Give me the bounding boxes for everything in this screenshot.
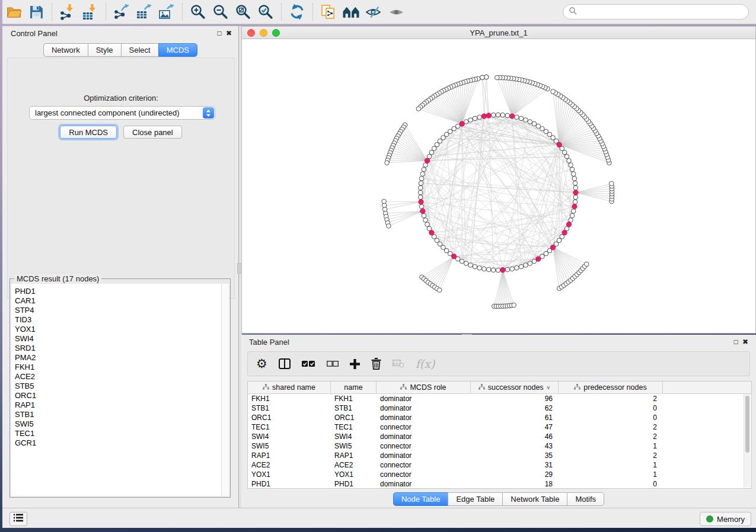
column-label: shared name	[272, 383, 315, 392]
apply-layout-icon[interactable]	[286, 2, 308, 22]
first-neighbors-icon[interactable]	[340, 2, 362, 22]
column-header-successor_nodes[interactable]: successor nodes∨	[471, 382, 559, 393]
settings-gear-icon[interactable]: ⚙	[256, 358, 267, 370]
mcds-result-item[interactable]: PHD1	[11, 287, 222, 296]
network-search-field[interactable]	[563, 4, 749, 20]
mcds-result-item[interactable]: YOX1	[11, 325, 222, 334]
mcds-list-scrollbar[interactable]	[221, 284, 229, 496]
tab-edge-table[interactable]: Edge Table	[448, 492, 502, 506]
table-row[interactable]: FKH1FKH1dominator962	[248, 394, 751, 403]
cell-predecessor_nodes: 1	[559, 442, 663, 450]
shared-column-icon	[400, 383, 407, 392]
cell-mcds_role: dominator	[377, 414, 471, 422]
cell-successor_nodes: 62	[471, 404, 559, 412]
function-builder-icon[interactable]: f(x)	[416, 357, 435, 370]
float-panel-icon[interactable]: □	[215, 28, 224, 38]
mcds-result-item[interactable]: CAR1	[11, 296, 222, 306]
close-panel-button[interactable]: Close panel	[123, 126, 182, 139]
export-image-icon[interactable]	[155, 2, 178, 22]
task-history-button[interactable]	[9, 512, 27, 526]
table-row[interactable]: SWI5SWI5connector431	[248, 441, 751, 451]
export-table-icon[interactable]	[133, 2, 155, 22]
mcds-result-list[interactable]: PHD1CAR1STP4TID3YOX1SWI4SRD1PMA2FKH1ACE2…	[11, 284, 222, 496]
table-scrollbar[interactable]	[744, 394, 751, 488]
export-network-icon[interactable]	[110, 2, 133, 22]
show-all-icon[interactable]	[385, 2, 407, 22]
close-panel-icon[interactable]: ✖	[741, 337, 750, 347]
tab-network[interactable]: Network	[43, 43, 88, 57]
node-table: shared namenameMCDS rolesuccessor nodes∨…	[247, 381, 752, 489]
table-row[interactable]: STB1STB1dominator620	[248, 403, 751, 413]
memory-button[interactable]: Memory	[700, 512, 751, 526]
search-input[interactable]	[580, 7, 743, 17]
column-header-shared_name[interactable]: shared name	[248, 382, 331, 393]
cell-name: TEC1	[331, 423, 377, 431]
zoom-selected-icon[interactable]	[254, 2, 277, 22]
table-row[interactable]: RAP1RAP1dominator352	[248, 451, 751, 460]
mcds-result-item[interactable]: TEC1	[11, 429, 222, 438]
table-row[interactable]: YOX1YOX1connector291	[248, 470, 751, 479]
import-network-icon[interactable]	[56, 2, 79, 22]
tab-select[interactable]: Select	[121, 43, 158, 57]
table-row[interactable]: PHD1PHD1dominator180	[248, 479, 751, 489]
delete-table-icon[interactable]	[393, 360, 404, 368]
run-mcds-button[interactable]: Run MCDS	[60, 126, 117, 139]
table-scrollbar-thumb[interactable]	[745, 396, 749, 453]
column-header-mcds_role[interactable]: MCDS role	[377, 382, 471, 393]
mcds-result-item[interactable]: STB1	[11, 410, 222, 419]
mcds-result-item[interactable]: TID3	[11, 315, 222, 325]
hide-selection-icon[interactable]	[362, 2, 385, 22]
column-header-predecessor_nodes[interactable]: predecessor nodes	[559, 382, 663, 393]
cell-predecessor_nodes: 2	[559, 432, 663, 441]
tab-network-table[interactable]: Network Table	[502, 492, 567, 506]
node-table-header: shared namenameMCDS rolesuccessor nodes∨…	[248, 382, 751, 394]
select-stepper-icon	[203, 107, 214, 118]
cell-predecessor_nodes: 0	[559, 480, 663, 488]
mcds-result-groupbox: MCDS result (17 nodes) PHD1CAR1STP4TID3Y…	[9, 278, 231, 498]
column-header-name[interactable]: name	[331, 382, 377, 393]
close-panel-icon[interactable]: ✖	[224, 28, 234, 38]
select-all-icon[interactable]	[302, 360, 315, 367]
cell-shared_name: SWI5	[248, 442, 331, 450]
table-row[interactable]: ORC1ORC1dominator610	[248, 413, 751, 422]
float-panel-icon[interactable]: □	[731, 337, 741, 347]
zoom-fit-icon[interactable]	[232, 2, 254, 22]
open-folder-icon[interactable]	[2, 2, 25, 22]
mcds-result-item[interactable]: FKH1	[11, 363, 222, 372]
cell-predecessor_nodes: 2	[559, 423, 663, 431]
network-canvas[interactable]	[242, 39, 755, 333]
mcds-result-item[interactable]: SWI5	[11, 419, 222, 429]
toolbar-separator	[281, 3, 282, 21]
mcds-result-item[interactable]: STP4	[11, 306, 222, 315]
mcds-result-item[interactable]: GCR1	[11, 438, 222, 448]
tab-node-table[interactable]: Node Table	[393, 492, 448, 506]
mcds-result-item[interactable]: RAP1	[11, 400, 222, 410]
tab-style[interactable]: Style	[88, 43, 121, 57]
mcds-result-item[interactable]: ORC1	[11, 391, 222, 400]
tab-mcds[interactable]: MCDS	[158, 43, 197, 57]
table-row[interactable]: ACE2ACE2connector311	[248, 460, 751, 470]
mcds-result-item[interactable]: PMA2	[11, 353, 222, 363]
column-selector-icon[interactable]	[279, 358, 291, 369]
tab-motifs[interactable]: Motifs	[567, 492, 604, 506]
table-row[interactable]: SWI4SWI4dominator462	[248, 432, 751, 441]
zoom-in-icon[interactable]	[187, 2, 209, 22]
delete-column-icon[interactable]	[371, 358, 381, 370]
import-table-icon[interactable]	[79, 2, 101, 22]
new-network-from-selection-icon[interactable]	[317, 2, 340, 22]
table-toolbar: ⚙ f(x)	[247, 351, 750, 376]
cell-shared_name: ACE2	[248, 461, 331, 469]
control-panel-title: Control Panel	[11, 29, 58, 38]
mcds-result-item[interactable]: STB5	[11, 382, 222, 391]
mcds-result-item[interactable]: ACE2	[11, 372, 222, 382]
mcds-result-item[interactable]: SRD1	[11, 344, 222, 353]
deselect-all-icon[interactable]	[327, 361, 339, 367]
table-row[interactable]: TEC1TEC1connector472	[248, 422, 751, 432]
zoom-out-icon[interactable]	[209, 2, 232, 22]
add-column-icon[interactable]	[350, 359, 360, 369]
mcds-result-item[interactable]: SWI4	[11, 334, 222, 344]
save-icon[interactable]	[25, 2, 47, 22]
network-window-titlebar[interactable]: YPA_prune.txt_1	[242, 27, 755, 39]
optimization-criterion-select[interactable]: largest connected component (undirected)	[29, 106, 215, 120]
cytoscape-app: Control Panel □ ✖ NetworkStyleSelectMCDS…	[0, 0, 756, 532]
